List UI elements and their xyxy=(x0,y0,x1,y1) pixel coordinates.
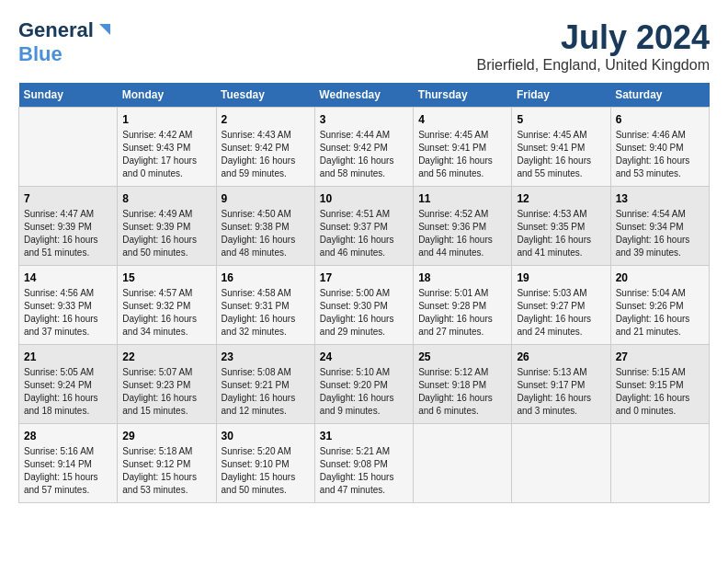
week-row-2: 7Sunrise: 4:47 AM Sunset: 9:39 PM Daylig… xyxy=(19,187,710,266)
day-info: Sunrise: 4:45 AM Sunset: 9:41 PM Dayligh… xyxy=(517,129,605,180)
calendar-cell: 31Sunrise: 5:21 AM Sunset: 9:08 PM Dayli… xyxy=(314,424,413,503)
calendar-cell: 27Sunrise: 5:15 AM Sunset: 9:15 PM Dayli… xyxy=(610,345,709,424)
day-info: Sunrise: 5:01 AM Sunset: 9:28 PM Dayligh… xyxy=(418,287,506,339)
calendar-table: SundayMondayTuesdayWednesdayThursdayFrid… xyxy=(18,83,710,503)
calendar-cell: 6Sunrise: 4:46 AM Sunset: 9:40 PM Daylig… xyxy=(610,108,709,187)
day-number: 5 xyxy=(517,113,605,126)
day-info: Sunrise: 4:50 AM Sunset: 9:38 PM Dayligh… xyxy=(222,208,310,259)
calendar-cell: 21Sunrise: 5:05 AM Sunset: 9:24 PM Dayli… xyxy=(19,345,118,424)
calendar-cell: 16Sunrise: 4:58 AM Sunset: 9:31 PM Dayli… xyxy=(216,266,314,345)
day-number: 10 xyxy=(320,192,408,205)
day-number: 21 xyxy=(24,350,112,363)
title-block: July 2024 Brierfield, England, United Ki… xyxy=(477,18,710,74)
calendar-cell: 5Sunrise: 4:45 AM Sunset: 9:41 PM Daylig… xyxy=(512,108,610,187)
day-number: 17 xyxy=(320,271,408,284)
day-info: Sunrise: 4:54 AM Sunset: 9:34 PM Dayligh… xyxy=(616,208,704,259)
day-info: Sunrise: 5:04 AM Sunset: 9:26 PM Dayligh… xyxy=(616,287,704,339)
calendar-cell xyxy=(512,424,610,503)
day-number: 6 xyxy=(616,113,704,126)
column-header-saturday: Saturday xyxy=(610,83,709,108)
calendar-cell: 1Sunrise: 4:42 AM Sunset: 9:43 PM Daylig… xyxy=(118,108,216,187)
day-info: Sunrise: 4:46 AM Sunset: 9:40 PM Dayligh… xyxy=(616,129,704,180)
calendar-cell: 28Sunrise: 5:16 AM Sunset: 9:14 PM Dayli… xyxy=(19,424,118,503)
day-info: Sunrise: 5:18 AM Sunset: 9:12 PM Dayligh… xyxy=(122,445,210,497)
week-row-3: 14Sunrise: 4:56 AM Sunset: 9:33 PM Dayli… xyxy=(19,266,710,345)
column-header-friday: Friday xyxy=(512,83,610,108)
column-header-wednesday: Wednesday xyxy=(314,83,413,108)
day-number: 7 xyxy=(24,192,112,205)
calendar-cell: 25Sunrise: 5:12 AM Sunset: 9:18 PM Dayli… xyxy=(414,345,512,424)
day-number: 20 xyxy=(616,271,704,284)
day-number: 15 xyxy=(122,271,210,284)
day-number: 19 xyxy=(517,271,605,284)
day-info: Sunrise: 4:56 AM Sunset: 9:33 PM Dayligh… xyxy=(24,287,112,339)
logo-general: General xyxy=(18,18,94,42)
subtitle: Brierfield, England, United Kingdom xyxy=(477,57,710,74)
calendar-cell: 2Sunrise: 4:43 AM Sunset: 9:42 PM Daylig… xyxy=(216,108,314,187)
calendar-cell: 13Sunrise: 4:54 AM Sunset: 9:34 PM Dayli… xyxy=(610,187,709,266)
main-title: July 2024 xyxy=(477,18,710,57)
week-row-4: 21Sunrise: 5:05 AM Sunset: 9:24 PM Dayli… xyxy=(19,345,710,424)
calendar-cell: 12Sunrise: 4:53 AM Sunset: 9:35 PM Dayli… xyxy=(512,187,610,266)
day-info: Sunrise: 4:49 AM Sunset: 9:39 PM Dayligh… xyxy=(122,208,210,259)
day-number: 12 xyxy=(517,192,605,205)
calendar-cell xyxy=(19,108,118,187)
calendar-cell: 8Sunrise: 4:49 AM Sunset: 9:39 PM Daylig… xyxy=(118,187,216,266)
calendar-cell: 20Sunrise: 5:04 AM Sunset: 9:26 PM Dayli… xyxy=(610,266,709,345)
calendar-cell: 3Sunrise: 4:44 AM Sunset: 9:42 PM Daylig… xyxy=(314,108,413,187)
day-info: Sunrise: 5:08 AM Sunset: 9:21 PM Dayligh… xyxy=(222,366,310,418)
header-row: SundayMondayTuesdayWednesdayThursdayFrid… xyxy=(19,83,710,108)
calendar-cell: 18Sunrise: 5:01 AM Sunset: 9:28 PM Dayli… xyxy=(414,266,512,345)
page-header: General Blue July 2024 Brierfield, Engla… xyxy=(18,18,710,74)
svg-marker-0 xyxy=(99,24,110,35)
day-info: Sunrise: 5:15 AM Sunset: 9:15 PM Dayligh… xyxy=(616,366,704,418)
logo-arrow-icon xyxy=(96,20,114,39)
day-info: Sunrise: 5:05 AM Sunset: 9:24 PM Dayligh… xyxy=(24,366,112,418)
day-info: Sunrise: 5:21 AM Sunset: 9:08 PM Dayligh… xyxy=(320,445,408,497)
calendar-cell xyxy=(610,424,709,503)
day-info: Sunrise: 5:12 AM Sunset: 9:18 PM Dayligh… xyxy=(418,366,506,418)
day-number: 26 xyxy=(517,350,605,363)
day-number: 1 xyxy=(122,113,210,126)
day-info: Sunrise: 4:58 AM Sunset: 9:31 PM Dayligh… xyxy=(222,287,310,339)
logo-blue: Blue xyxy=(18,42,63,66)
day-info: Sunrise: 5:13 AM Sunset: 9:17 PM Dayligh… xyxy=(517,366,605,418)
calendar-cell: 7Sunrise: 4:47 AM Sunset: 9:39 PM Daylig… xyxy=(19,187,118,266)
day-number: 25 xyxy=(418,350,506,363)
day-info: Sunrise: 4:43 AM Sunset: 9:42 PM Dayligh… xyxy=(222,129,310,180)
calendar-cell: 9Sunrise: 4:50 AM Sunset: 9:38 PM Daylig… xyxy=(216,187,314,266)
day-info: Sunrise: 5:10 AM Sunset: 9:20 PM Dayligh… xyxy=(320,366,408,418)
day-info: Sunrise: 5:00 AM Sunset: 9:30 PM Dayligh… xyxy=(320,287,408,339)
calendar-cell: 22Sunrise: 5:07 AM Sunset: 9:23 PM Dayli… xyxy=(118,345,216,424)
day-number: 18 xyxy=(418,271,506,284)
week-row-5: 28Sunrise: 5:16 AM Sunset: 9:14 PM Dayli… xyxy=(19,424,710,503)
calendar-cell: 11Sunrise: 4:52 AM Sunset: 9:36 PM Dayli… xyxy=(414,187,512,266)
day-number: 8 xyxy=(122,192,210,205)
column-header-thursday: Thursday xyxy=(414,83,512,108)
day-info: Sunrise: 4:52 AM Sunset: 9:36 PM Dayligh… xyxy=(418,208,506,259)
calendar-cell: 29Sunrise: 5:18 AM Sunset: 9:12 PM Dayli… xyxy=(118,424,216,503)
calendar-cell: 4Sunrise: 4:45 AM Sunset: 9:41 PM Daylig… xyxy=(414,108,512,187)
column-header-sunday: Sunday xyxy=(19,83,118,108)
day-info: Sunrise: 4:44 AM Sunset: 9:42 PM Dayligh… xyxy=(320,129,408,180)
calendar-cell: 26Sunrise: 5:13 AM Sunset: 9:17 PM Dayli… xyxy=(512,345,610,424)
day-number: 4 xyxy=(418,113,506,126)
calendar-cell: 15Sunrise: 4:57 AM Sunset: 9:32 PM Dayli… xyxy=(118,266,216,345)
day-number: 3 xyxy=(320,113,408,126)
calendar-cell: 17Sunrise: 5:00 AM Sunset: 9:30 PM Dayli… xyxy=(314,266,413,345)
day-number: 28 xyxy=(24,430,112,442)
column-header-tuesday: Tuesday xyxy=(216,83,314,108)
day-info: Sunrise: 5:16 AM Sunset: 9:14 PM Dayligh… xyxy=(24,445,112,497)
day-number: 27 xyxy=(616,350,704,363)
calendar-cell: 19Sunrise: 5:03 AM Sunset: 9:27 PM Dayli… xyxy=(512,266,610,345)
day-info: Sunrise: 4:57 AM Sunset: 9:32 PM Dayligh… xyxy=(122,287,210,339)
day-number: 11 xyxy=(418,192,506,205)
day-number: 9 xyxy=(222,192,310,205)
day-number: 14 xyxy=(24,271,112,284)
logo: General Blue xyxy=(18,18,114,66)
day-number: 22 xyxy=(122,350,210,363)
calendar-cell: 24Sunrise: 5:10 AM Sunset: 9:20 PM Dayli… xyxy=(314,345,413,424)
calendar-cell: 14Sunrise: 4:56 AM Sunset: 9:33 PM Dayli… xyxy=(19,266,118,345)
day-info: Sunrise: 5:07 AM Sunset: 9:23 PM Dayligh… xyxy=(122,366,210,418)
day-info: Sunrise: 4:47 AM Sunset: 9:39 PM Dayligh… xyxy=(24,208,112,259)
